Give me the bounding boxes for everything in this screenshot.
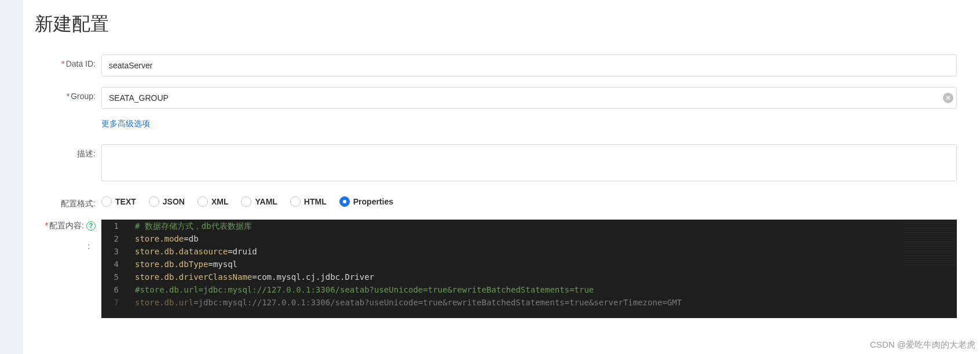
radio-label: TEXT — [115, 197, 136, 206]
clear-icon[interactable]: ✕ — [943, 93, 953, 103]
format-option-properties[interactable]: Properties — [339, 196, 393, 207]
row-description: 描述: — [32, 144, 968, 184]
radio-icon — [198, 196, 208, 207]
advanced-options-link[interactable]: 更多高级选项 — [101, 119, 150, 128]
label-format: 配置格式: — [32, 194, 101, 209]
radio-label: JSON — [163, 197, 185, 206]
required-mark: * — [67, 92, 70, 101]
data-id-input[interactable] — [101, 54, 957, 76]
format-option-json[interactable]: JSON — [149, 196, 185, 207]
radio-label: XML — [211, 197, 229, 206]
row-group: *Group: ✕ — [32, 87, 968, 109]
line-number: 6 — [101, 283, 129, 296]
editor-line: 3store.db.datasource=druid — [101, 245, 957, 258]
page-title: 新建配置 — [32, 0, 968, 54]
format-option-text[interactable]: TEXT — [101, 196, 136, 207]
label-description: 描述: — [32, 144, 101, 159]
radio-icon — [101, 196, 112, 207]
line-number: 7 — [101, 296, 129, 309]
line-number: 1 — [101, 220, 129, 232]
code-editor[interactable]: 1# 数据存储方式，db代表数据库2store.mode=db3store.db… — [101, 220, 957, 318]
required-mark: * — [61, 59, 64, 68]
editor-line: 4store.db.dbType=mysql — [101, 258, 957, 271]
row-content: *配置内容:? : 1# 数据存储方式，db代表数据库2store.mode=d… — [32, 220, 968, 318]
format-option-html[interactable]: HTML — [290, 196, 327, 207]
code-text: # 数据存储方式，db代表数据库 — [129, 220, 252, 232]
format-radio-group: TEXTJSONXMLYAMLHTMLProperties — [101, 194, 957, 207]
line-number: 3 — [101, 245, 129, 258]
label-content-colon: : — [32, 231, 96, 251]
label-group: *Group: — [32, 87, 101, 101]
code-text: store.db.driverClassName=com.mysql.cj.jd… — [129, 271, 374, 283]
code-text: #store.db.url=jdbc:mysql://127.0.0.1:330… — [129, 283, 594, 296]
required-mark: * — [45, 221, 48, 230]
editor-line: 5store.db.driverClassName=com.mysql.cj.j… — [101, 271, 957, 283]
editor-line: 2store.mode=db — [101, 232, 957, 245]
radio-icon — [149, 196, 159, 207]
radio-label: HTML — [304, 197, 327, 206]
radio-label: Properties — [353, 197, 393, 206]
line-number: 5 — [101, 271, 129, 283]
code-text: store.db.datasource=druid — [129, 245, 257, 258]
config-form-card: 新建配置 *Data ID: *Group: ✕ 更多高级选项 描述: — [23, 0, 980, 354]
radio-icon — [290, 196, 301, 207]
editor-line: 7store.db.url=jdbc:mysql://127.0.0.1:330… — [101, 296, 957, 309]
code-text: store.db.dbType=mysql — [129, 258, 237, 271]
editor-line: 6#store.db.url=jdbc:mysql://127.0.0.1:33… — [101, 283, 957, 296]
label-content: *配置内容:? — [32, 221, 96, 231]
label-data-id: *Data ID: — [32, 54, 101, 68]
editor-line: 1# 数据存储方式，db代表数据库 — [101, 220, 957, 232]
group-input[interactable] — [101, 87, 957, 109]
line-number: 2 — [101, 232, 129, 245]
radio-label: YAML — [255, 197, 277, 206]
code-text: store.db.url=jdbc:mysql://127.0.0.1:3306… — [129, 296, 682, 309]
line-number: 4 — [101, 258, 129, 271]
editor-minimap[interactable] — [904, 221, 956, 267]
row-data-id: *Data ID: — [32, 54, 968, 76]
help-icon[interactable]: ? — [86, 221, 96, 231]
format-option-yaml[interactable]: YAML — [241, 196, 277, 207]
radio-icon — [241, 196, 251, 207]
radio-icon — [339, 196, 350, 207]
format-option-xml[interactable]: XML — [198, 196, 229, 207]
description-textarea[interactable] — [101, 144, 957, 181]
row-advanced: 更多高级选项 — [32, 118, 968, 129]
row-format: 配置格式: TEXTJSONXMLYAMLHTMLProperties — [32, 194, 968, 209]
code-text: store.mode=db — [129, 232, 199, 245]
